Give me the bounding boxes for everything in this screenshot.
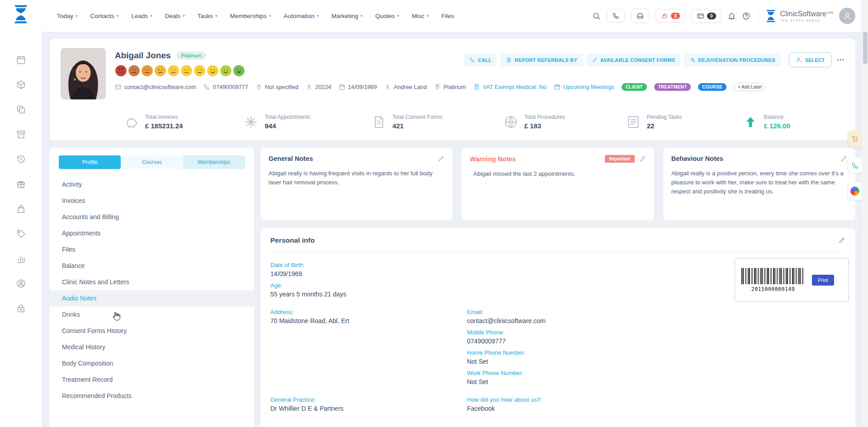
pencil-icon — [438, 155, 444, 162]
edit-personal-info-icon[interactable] — [838, 237, 845, 244]
mood-face-icon[interactable] — [180, 65, 193, 77]
tab-profile[interactable]: Profile — [59, 155, 121, 169]
sidebar-item-medical-history[interactable]: Medical History — [50, 339, 254, 355]
nav-item-contacts[interactable]: Contacts▾ — [90, 13, 119, 19]
mood-face-icon[interactable] — [207, 65, 219, 77]
nav-item-today[interactable]: Today▾ — [57, 13, 78, 19]
nav-item-tasks[interactable]: Tasks▾ — [198, 13, 217, 19]
nav-item-automation[interactable]: Automation▾ — [283, 13, 319, 19]
bell-icon[interactable] — [727, 12, 736, 20]
sidebar-chart-icon[interactable] — [16, 253, 26, 264]
assistant-widget[interactable] — [848, 183, 862, 200]
brand-logo[interactable]: ClinicSoftware.com TEN STEPS AHEAD — [758, 9, 833, 23]
label-course[interactable]: COURSE — [698, 83, 726, 91]
sidebar-support-icon[interactable] — [16, 278, 26, 289]
mood-face-icon[interactable] — [115, 65, 127, 77]
field-value: Not Set — [467, 378, 845, 385]
sidebar-lock-icon[interactable] — [16, 303, 26, 314]
medal-icon — [434, 84, 441, 90]
sidebar-item-consent-forms-history[interactable]: Consent Forms History — [50, 323, 254, 339]
add-label-button[interactable]: + Add Label — [734, 83, 766, 91]
mood-face-icon[interactable] — [233, 65, 245, 77]
sidebar-item-invoices[interactable]: Invoices — [50, 192, 254, 209]
sidebar-archive-icon[interactable] — [16, 129, 26, 140]
sidebar-item-activity[interactable]: Activity — [50, 176, 254, 192]
sidebar-item-recommended-products[interactable]: Recommended Products — [50, 388, 254, 404]
search-icon[interactable] — [592, 12, 601, 20]
app-logo[interactable] — [12, 5, 29, 26]
mood-face-icon[interactable] — [220, 65, 232, 77]
dialer-button[interactable] — [607, 9, 625, 23]
user-avatar[interactable] — [839, 8, 855, 24]
label-treatment[interactable]: TREATMENT — [654, 83, 691, 91]
select-button[interactable]: SELECT — [789, 52, 831, 67]
sidebar-item-appointments[interactable]: Appointments — [50, 225, 254, 241]
inbox-button[interactable] — [631, 9, 650, 23]
tab-memberships[interactable]: Memberships — [183, 155, 245, 169]
barcode-number: 2015000000149 — [741, 286, 805, 292]
field-home-phone-number: Home Phone Number:Not Set — [467, 349, 845, 365]
edit-note-icon[interactable] — [639, 155, 646, 162]
nav-item-deals[interactable]: Deals▾ — [165, 13, 185, 19]
hourglass-logo-icon — [765, 9, 777, 23]
sidebar-item-treatment-record[interactable]: Treatment Record — [50, 371, 254, 388]
call-widget[interactable] — [848, 158, 862, 173]
mood-face-icon[interactable] — [167, 65, 179, 77]
sidebar-tag-icon[interactable] — [16, 229, 26, 239]
nav-item-leads[interactable]: Leads▾ — [131, 13, 152, 19]
mood-face-icon[interactable] — [154, 65, 166, 77]
note-title: Behaviour Notes — [671, 155, 840, 162]
cart-widget[interactable] — [848, 130, 862, 147]
sidebar-calendar-icon[interactable] — [16, 55, 26, 65]
edit-note-icon[interactable] — [840, 155, 847, 162]
sidebar-copy-icon[interactable] — [16, 104, 26, 115]
personal-group-bottom-right: How did you hear about us?:Facebook — [467, 396, 845, 417]
mood-face-icon[interactable] — [193, 65, 206, 77]
chat-button[interactable]: 3 — [656, 9, 685, 23]
print-button[interactable]: Print — [812, 275, 834, 286]
edit-note-icon[interactable] — [438, 155, 444, 162]
nav-item-memberships[interactable]: Memberships▾ — [230, 13, 271, 19]
client-photo[interactable] — [61, 48, 106, 99]
mood-face-icon[interactable] — [141, 65, 153, 77]
sidebar-package-icon[interactable] — [16, 80, 26, 90]
sidebar-history-icon[interactable] — [16, 154, 26, 164]
nav-item-misc[interactable]: Misc▾ — [412, 13, 429, 19]
sidebar-item-clinic-notes-and-letters[interactable]: Clinic Notes and Letters — [50, 274, 254, 290]
sidebar-item-audio-notes[interactable]: Audio Notes — [50, 290, 254, 306]
link-vat-exempt-medical-no[interactable]: VAT Exempt Medical: No — [473, 84, 547, 90]
stat-total-consent-forms: Total Consent Forms421 — [371, 114, 443, 130]
help-icon[interactable] — [742, 12, 750, 20]
stat-label: Total Appointments — [264, 114, 310, 120]
sidebar-item-balance[interactable]: Balance — [50, 258, 254, 274]
sidebar-bag-icon[interactable] — [16, 204, 26, 214]
sidebar-item-drinks[interactable]: Drinks — [50, 306, 254, 323]
nav-item-files[interactable]: Files — [441, 13, 454, 19]
label-client[interactable]: CLIENT — [622, 83, 647, 91]
notes-row: General NotesAbigail really is having fr… — [260, 148, 855, 220]
link-upcoming-meetings[interactable]: Upcoming Meetings — [554, 84, 614, 90]
sidebar-item-accounts-and-billing[interactable]: Accounts and Billing — [50, 209, 254, 225]
personal-info-title: Personal info — [270, 236, 315, 244]
sidebar-item-body-composition[interactable]: Body Composition — [50, 355, 254, 371]
stat-value: 421 — [392, 122, 443, 130]
personal-group-mid-left: Address:70 Maidstone Road, Abl, Ert — [270, 309, 467, 390]
mood-face-icon[interactable] — [128, 65, 140, 77]
call-button[interactable]: CALL — [464, 53, 497, 66]
sidebar-item-files[interactable]: Files — [50, 241, 254, 258]
card-button[interactable]: 0 — [691, 9, 722, 23]
field-value: 70 Maidstone Road, Abl, Ert — [270, 317, 467, 324]
burst-icon — [243, 114, 259, 130]
nav-item-marketing[interactable]: Marketing▾ — [331, 13, 363, 19]
rejuvenation-procedures-button[interactable]: REJUVENATION PROCEDURES — [684, 53, 781, 66]
tab-courses[interactable]: Courses — [121, 155, 183, 169]
more-options-button[interactable]: ••• — [837, 56, 844, 63]
scrollbar-thumb[interactable] — [863, 32, 868, 64]
page-scrollbar[interactable] — [862, 0, 868, 427]
report-referrals-by-button[interactable]: REPORT REFERRALS BY — [500, 53, 582, 66]
sidebar-gift-icon[interactable] — [16, 179, 26, 189]
available-consent-forms-button[interactable]: AVAILABLE CONSENT FORMS — [586, 53, 681, 66]
nav-item-quotes[interactable]: Quotes▾ — [375, 13, 399, 19]
cart-icon — [851, 135, 859, 143]
stat-pending-tasks: Pending Tasks22 — [626, 114, 682, 130]
